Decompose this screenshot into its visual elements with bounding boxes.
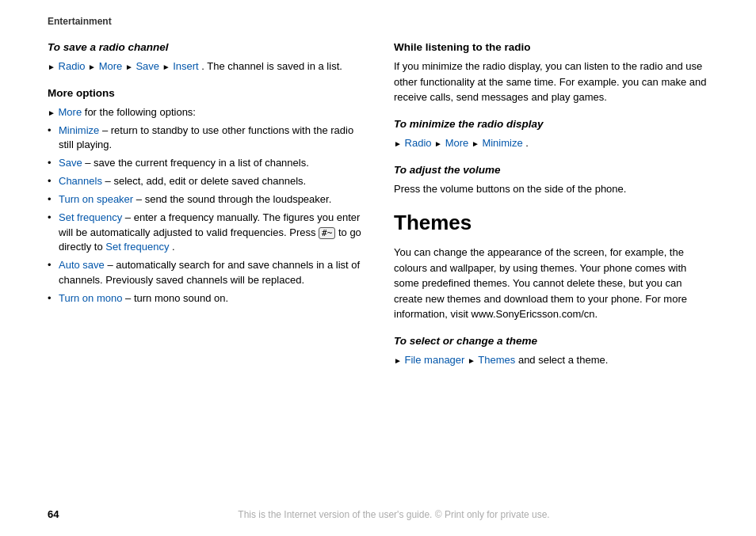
content-area: To save a radio channel ► Radio ► More ►… [48, 40, 708, 494]
arrow-icon: ► [48, 63, 55, 71]
section-more-options: More options ► More for the following op… [48, 86, 362, 306]
option-channels-text: – select, add, edit or delete saved chan… [105, 175, 307, 187]
arrow-icon4: ► [162, 63, 170, 71]
list-item: Turn on mono – turn mono sound on. [48, 291, 362, 306]
option-autosave-text: – automatically search for and save chan… [59, 259, 360, 286]
arrow-icon2: ► [88, 63, 96, 71]
nav-more2: More [59, 106, 82, 118]
options-list: Minimize – return to standby to use othe… [48, 124, 362, 306]
page: Entertainment To save a radio channel ► … [0, 0, 756, 536]
nav-more: More [99, 60, 125, 72]
arrow-icon3: ► [125, 63, 133, 71]
page-footer: 64 This is the Internet version of the u… [48, 502, 708, 520]
section-themes: Themes You can change the appearance of … [394, 207, 708, 322]
section-while-listening: While listening to the radio If you mini… [394, 40, 708, 105]
option-speaker-text: – send the sound through the loudspeaker… [136, 193, 331, 205]
section-adjust-volume-title: To adjust the volume [394, 162, 708, 178]
list-item: Set frequency – enter a frequency manual… [48, 211, 362, 256]
option-turn-on-speaker: Turn on speaker [59, 193, 133, 205]
section-save-radio: To save a radio channel ► Radio ► More ►… [48, 40, 362, 74]
option-mono-text: – turn mono sound on. [125, 292, 228, 304]
arrow-icon6: ► [394, 139, 402, 148]
option-auto-save: Auto save [59, 259, 105, 271]
arrow-icon8: ► [472, 139, 479, 148]
option-turn-on-mono: Turn on mono [59, 292, 122, 304]
set-frequency-link: Set frequency [105, 241, 169, 253]
nav-minimize: Minimize [482, 137, 522, 149]
list-item: Channels – select, add, edit or delete s… [48, 174, 362, 189]
list-item: Save – save the current frequency in a l… [48, 156, 362, 171]
option-minimize: Minimize [59, 124, 99, 136]
section-save-radio-title: To save a radio channel [48, 40, 362, 55]
page-number: 64 [48, 508, 79, 520]
right-column: While listening to the radio If you mini… [394, 40, 708, 494]
list-item: Auto save – automatically search for and… [48, 258, 362, 288]
kbd-hash: #~ [319, 227, 335, 239]
option-save: Save [59, 157, 82, 169]
themes-body: You can change the appearance of the scr… [394, 246, 687, 320]
minimize-suffix: . [525, 137, 529, 149]
nav-more3: More [445, 137, 472, 149]
nav-insert: Insert [173, 60, 199, 72]
section-select-theme-title: To select or change a theme [394, 333, 708, 349]
section-minimize-radio: To minimize the radio display ► Radio ► … [394, 116, 708, 151]
left-column: To save a radio channel ► Radio ► More ►… [48, 40, 362, 494]
while-listening-body: If you minimize the radio display, you c… [394, 60, 707, 103]
arrow-icon7: ► [434, 139, 442, 148]
themes-title: Themes [394, 207, 708, 238]
intro-suffix: for the following options: [85, 106, 196, 118]
nav-themes: Themes [478, 354, 515, 366]
arrow-icon10: ► [468, 356, 475, 365]
option-setfreq-end: . [172, 241, 175, 253]
nav-radio: Radio [59, 60, 89, 72]
save-suffix: . The channel is saved in a list. [201, 60, 342, 72]
section-minimize-title: To minimize the radio display [394, 116, 708, 132]
option-set-frequency: Set frequency [59, 211, 122, 223]
page-header: Entertainment [48, 16, 708, 27]
nav-file-manager: File manager [405, 354, 468, 366]
more-options-intro: ► More for the following options: [48, 105, 362, 120]
select-theme-suffix: and select a theme. [518, 354, 608, 366]
arrow-icon5: ► [48, 108, 55, 117]
arrow-icon9: ► [394, 356, 402, 365]
nav-radio2: Radio [405, 137, 435, 149]
option-minimize-text: – return to standby to use other functio… [59, 124, 353, 151]
footer-text: This is the Internet version of the user… [79, 509, 708, 520]
header-title: Entertainment [48, 16, 112, 27]
list-item: Minimize – return to standby to use othe… [48, 124, 362, 154]
section-while-listening-title: While listening to the radio [394, 40, 708, 55]
section-more-options-title: More options [48, 86, 362, 101]
adjust-volume-body: Press the volume buttons on the side of … [394, 183, 626, 195]
option-save-text: – save the current frequency in a list o… [85, 157, 309, 169]
section-select-theme: To select or change a theme ► File manag… [394, 333, 708, 368]
option-channels: Channels [59, 175, 102, 187]
nav-save: Save [136, 60, 162, 72]
section-adjust-volume: To adjust the volume Press the volume bu… [394, 162, 708, 197]
list-item: Turn on speaker – send the sound through… [48, 192, 362, 207]
